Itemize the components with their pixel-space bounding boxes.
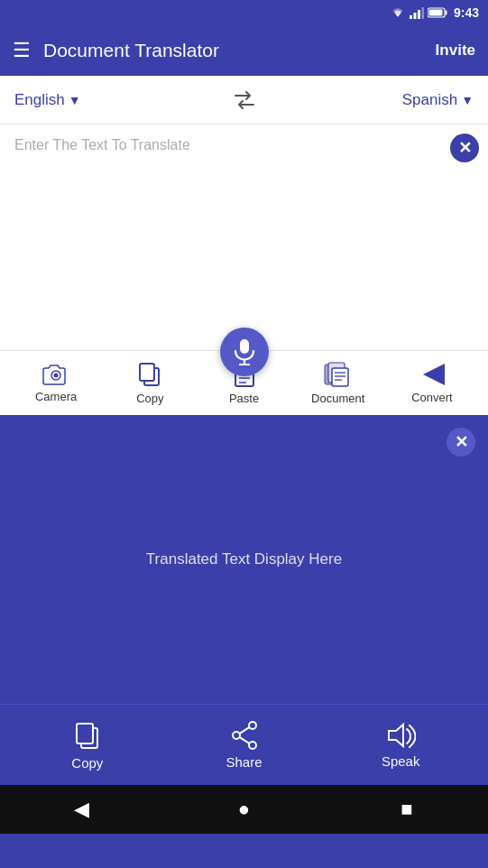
invite-button[interactable]: Invite xyxy=(436,42,475,60)
target-language-label: Spanish xyxy=(402,91,457,109)
svg-rect-2 xyxy=(418,10,420,19)
document-tool[interactable]: Document xyxy=(291,361,385,405)
nav-recents-icon: ■ xyxy=(401,798,412,821)
svg-marker-33 xyxy=(389,725,403,746)
svg-marker-25 xyxy=(423,364,445,385)
svg-line-32 xyxy=(239,737,248,743)
signal-icon xyxy=(410,6,424,19)
bottom-speak-button[interactable]: Speak xyxy=(322,722,479,769)
svg-rect-10 xyxy=(140,364,154,381)
time-display: 9:43 xyxy=(454,5,479,20)
nav-bar: ◀ ● ■ xyxy=(0,785,488,834)
clear-output-button[interactable]: ✕ xyxy=(447,428,475,457)
copy-label: Copy xyxy=(136,392,163,405)
translated-text: Translated Text Display Here xyxy=(146,550,342,568)
nav-back-button[interactable]: ◀ xyxy=(0,798,162,821)
input-area: Enter The Text To Translate ✕ xyxy=(0,125,488,350)
status-icons: 9:43 xyxy=(390,5,479,20)
target-language-dropdown-icon: ▼ xyxy=(461,93,474,107)
nav-back-icon: ◀ xyxy=(74,798,89,821)
document-icon xyxy=(323,361,354,388)
bottom-speak-icon xyxy=(385,722,416,749)
menu-button[interactable]: ☰ xyxy=(13,39,31,62)
output-area: ✕ Translated Text Display Here xyxy=(0,415,488,704)
svg-rect-16 xyxy=(240,339,249,354)
bottom-share-icon xyxy=(231,721,258,750)
wifi-icon xyxy=(390,6,406,19)
nav-recents-button[interactable]: ■ xyxy=(326,798,488,821)
document-label: Document xyxy=(311,392,364,405)
svg-line-31 xyxy=(239,727,248,734)
status-bar: 9:43 xyxy=(0,0,488,25)
nav-home-icon: ● xyxy=(238,798,250,821)
nav-home-button[interactable]: ● xyxy=(162,798,325,821)
battery-icon xyxy=(428,7,447,18)
language-row: English ▼ Spanish ▼ xyxy=(0,76,488,125)
app-title: Document Translator xyxy=(43,40,436,61)
copy-tool[interactable]: Copy xyxy=(103,361,197,405)
toolbar: Camera Copy Paste xyxy=(0,350,488,415)
svg-rect-0 xyxy=(410,15,412,19)
target-language-selector[interactable]: Spanish ▼ xyxy=(267,91,474,109)
bottom-share-button[interactable]: Share xyxy=(166,721,323,770)
app-bar: ☰ Document Translator Invite xyxy=(0,25,488,76)
bottom-copy-icon xyxy=(73,720,102,751)
input-placeholder: Enter The Text To Translate xyxy=(14,137,190,152)
bottom-bar: Copy Share Speak xyxy=(0,704,488,785)
mic-button[interactable] xyxy=(220,328,269,376)
clear-input-icon: ✕ xyxy=(458,140,472,156)
paste-label: Paste xyxy=(229,392,259,405)
swap-language-button[interactable] xyxy=(222,91,267,109)
bottom-speak-label: Speak xyxy=(382,753,420,769)
mic-container xyxy=(220,328,269,376)
svg-rect-1 xyxy=(413,13,416,19)
svg-rect-6 xyxy=(428,10,442,16)
svg-point-29 xyxy=(233,732,240,739)
convert-tool[interactable]: Convert xyxy=(385,362,479,404)
bottom-share-label: Share xyxy=(226,754,262,770)
bottom-copy-button[interactable]: Copy xyxy=(9,720,166,771)
convert-label: Convert xyxy=(411,391,453,404)
svg-rect-27 xyxy=(77,724,93,743)
convert-icon xyxy=(419,362,445,387)
svg-point-30 xyxy=(249,742,256,749)
clear-output-icon: ✕ xyxy=(455,432,468,452)
svg-rect-3 xyxy=(421,7,424,19)
camera-tool[interactable]: Camera xyxy=(9,363,103,403)
svg-rect-21 xyxy=(332,368,348,386)
camera-label: Camera xyxy=(35,390,77,403)
mic-icon xyxy=(233,338,256,365)
source-language-label: English xyxy=(14,91,65,109)
bottom-copy-label: Copy xyxy=(71,755,103,771)
svg-rect-5 xyxy=(445,11,447,15)
svg-point-8 xyxy=(54,374,59,378)
camera-icon xyxy=(42,363,69,386)
swap-icon xyxy=(232,91,257,109)
svg-point-28 xyxy=(249,722,256,729)
clear-input-button[interactable]: ✕ xyxy=(450,134,479,162)
copy-icon xyxy=(137,361,162,388)
source-language-selector[interactable]: English ▼ xyxy=(14,91,222,109)
source-language-dropdown-icon: ▼ xyxy=(69,93,81,107)
